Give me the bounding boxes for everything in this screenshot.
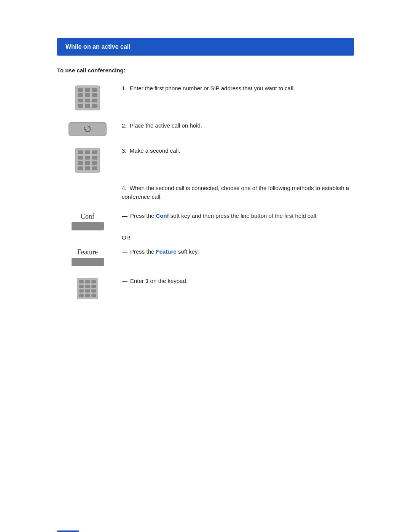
svg-rect-4 [78,93,83,97]
step-4a-text: — Press the Conf soft key and then press… [118,212,354,220]
conf-label: Conf [81,212,94,220]
svg-rect-34 [85,289,90,293]
svg-rect-8 [85,99,90,102]
step-1-row: 1. Enter the first phone number or SIP a… [57,84,354,111]
step-4-desc: When the second call is connected, choos… [122,185,349,200]
svg-rect-25 [92,166,97,170]
svg-rect-1 [78,88,83,92]
svg-rect-36 [79,294,84,297]
step-4b-desc: Press the Feature soft key. [130,248,199,256]
step-1-desc: Enter the first phone number or SIP addr… [130,85,295,91]
step-4c-icon [57,277,118,300]
conf-softkey: Conf [72,212,104,230]
svg-rect-17 [78,156,83,160]
section-header-title: While on an active call [65,43,131,50]
feature-button-img [72,258,104,266]
svg-rect-28 [85,280,90,284]
hold-button-icon [68,122,107,136]
section-title: To use call conferencing: [57,67,354,73]
svg-rect-10 [78,104,83,108]
step-2-number: 2. [122,122,130,129]
svg-rect-27 [79,280,84,284]
step-2-row: 2. Place the active call on hold. [57,121,354,136]
step-3-number: 3. [122,147,130,154]
step-3-text: 3. Make a second call. [118,147,354,155]
svg-rect-3 [92,88,97,92]
page: While on an active call To use call conf… [0,38,411,532]
or-text: OR [122,234,131,241]
step-1-number: 1. [122,85,130,91]
step-1-text: 1. Enter the first phone number or SIP a… [118,84,354,93]
main-content: To use call conferencing: [57,67,354,310]
step-4-row: 4. When the second call is connected, ch… [57,184,354,201]
conf-blue-text: Conf [156,212,169,219]
step-4-icon-empty [57,184,118,185]
svg-rect-35 [91,289,96,293]
feature-label: Feature [77,248,98,256]
svg-rect-38 [91,294,96,297]
step-4-number: 4. [122,185,130,191]
svg-rect-16 [92,150,97,154]
or-row: OR [118,234,354,241]
section-header: While on an active call [57,38,354,56]
feature-blue-text: Feature [156,248,177,255]
svg-rect-29 [91,280,96,284]
step-4c-row: — Enter 3 on the keypad. [57,277,354,300]
moon-hold-icon [82,125,93,133]
svg-rect-24 [85,166,90,170]
svg-rect-6 [92,93,97,97]
keypad-icon-2 [75,147,100,173]
svg-rect-30 [79,285,84,288]
svg-rect-33 [79,289,84,293]
page-number-box: 140 [57,530,79,532]
dash-4a: — [122,212,128,220]
step-2-icon [57,121,118,136]
step-1-icon [57,84,118,111]
step-4b-icon: Feature [57,248,118,266]
step-4a-icon: Conf [57,212,118,230]
svg-rect-12 [92,104,97,108]
svg-rect-15 [85,150,90,154]
conf-button-img [72,222,104,230]
step-4c-desc: Enter 3 on the keypad. [130,277,188,286]
svg-rect-11 [85,104,90,108]
svg-rect-9 [92,99,97,102]
svg-rect-5 [85,93,90,97]
step-4a-sub: — Press the Conf soft key and then press… [122,212,354,220]
step-3-desc: Make a second call. [130,147,180,154]
svg-rect-31 [85,285,90,288]
step-4b-row: Feature — Press the Feature soft key. [57,248,354,266]
svg-rect-37 [85,294,90,297]
svg-rect-14 [78,150,83,154]
step-3-icon [57,147,118,173]
number-3-text: 3 [145,278,148,284]
keypad-icon-1 [75,85,100,111]
svg-rect-2 [85,88,90,92]
step-3-row: 3. Make a second call. [57,147,354,173]
step-2-text: 2. Place the active call on hold. [118,121,354,130]
step-4a-desc: Press the Conf soft key and then press t… [130,212,318,220]
svg-rect-22 [92,161,97,165]
step-4-text: 4. When the second call is connected, ch… [118,184,354,201]
dash-4b: — [122,248,128,256]
step-2-desc: Place the active call on hold. [130,122,202,129]
step-4b-text: — Press the Feature soft key. [118,248,354,256]
svg-rect-20 [78,161,83,165]
steps-container: 1. Enter the first phone number or SIP a… [57,84,354,310]
svg-rect-21 [85,161,90,165]
feature-softkey: Feature [72,248,104,266]
step-4c-text: — Enter 3 on the keypad. [118,277,354,286]
step-4a-row: Conf — Press the Conf soft key and then … [57,212,354,230]
keypad-icon-3 [76,278,99,300]
svg-rect-7 [78,99,83,102]
svg-rect-19 [92,156,97,160]
dash-4c: — [122,277,128,286]
svg-rect-23 [78,166,83,170]
svg-rect-32 [91,285,96,288]
step-4b-sub: — Press the Feature soft key. [122,248,354,256]
svg-rect-18 [85,156,90,160]
step-4c-sub: — Enter 3 on the keypad. [122,277,354,286]
